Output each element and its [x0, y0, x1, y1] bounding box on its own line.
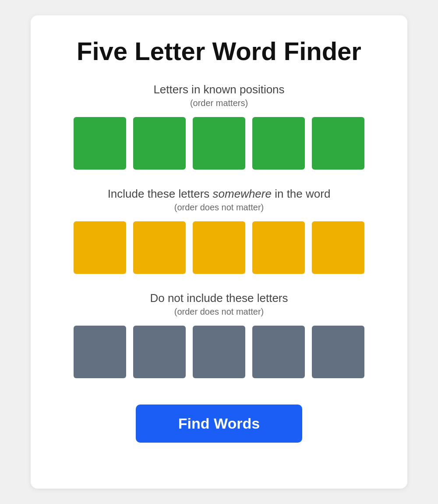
- include-tile-1[interactable]: [74, 221, 126, 274]
- known-tile-2[interactable]: [133, 117, 186, 170]
- include-tile-4[interactable]: [252, 221, 305, 274]
- exclude-tile-2[interactable]: [133, 326, 186, 378]
- exclude-letters-tiles: [74, 326, 364, 378]
- exclude-letters-sublabel: (order does not matter): [174, 307, 264, 317]
- known-positions-sublabel: (order matters): [190, 98, 248, 108]
- include-letters-sublabel: (order does not matter): [174, 202, 264, 213]
- include-letters-tiles: [74, 221, 364, 274]
- known-positions-section: Letters in known positions (order matter…: [57, 83, 381, 170]
- known-tile-4[interactable]: [252, 117, 305, 170]
- find-words-button[interactable]: Find Words: [136, 405, 302, 443]
- exclude-tile-5[interactable]: [312, 326, 364, 378]
- include-tile-2[interactable]: [133, 221, 186, 274]
- known-positions-tiles: [74, 117, 364, 170]
- exclude-letters-section: Do not include these letters (order does…: [57, 291, 381, 378]
- exclude-tile-4[interactable]: [252, 326, 305, 378]
- page-title: Five Letter Word Finder: [77, 37, 361, 65]
- include-letters-section: Include these letters somewhere in the w…: [57, 187, 381, 274]
- known-tile-5[interactable]: [312, 117, 364, 170]
- known-tile-3[interactable]: [193, 117, 245, 170]
- exclude-letters-label: Do not include these letters: [150, 291, 288, 305]
- include-letters-label: Include these letters somewhere in the w…: [108, 187, 331, 201]
- known-tile-1[interactable]: [74, 117, 126, 170]
- known-positions-label: Letters in known positions: [153, 83, 284, 96]
- include-tile-3[interactable]: [193, 221, 245, 274]
- exclude-tile-3[interactable]: [193, 326, 245, 378]
- exclude-tile-1[interactable]: [74, 326, 126, 378]
- main-card: Five Letter Word Finder Letters in known…: [31, 15, 407, 489]
- include-tile-5[interactable]: [312, 221, 364, 274]
